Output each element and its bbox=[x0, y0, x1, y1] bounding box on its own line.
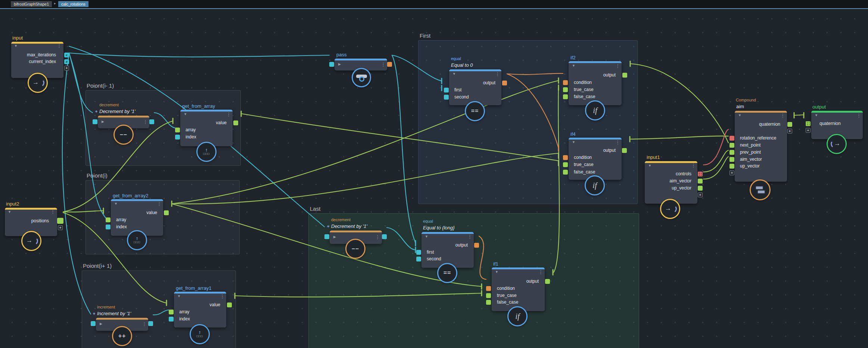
kebab-menu-icon[interactable]: ⋮ bbox=[57, 43, 62, 48]
port-false-case[interactable] bbox=[563, 170, 568, 175]
collapse-arrow-icon[interactable]: ▼ bbox=[8, 210, 11, 214]
node-if2[interactable]: if2 ▼ ⋮ output condition true_case false… bbox=[569, 61, 622, 105]
tab-compound-active[interactable]: calc_rotations bbox=[58, 1, 88, 7]
get-from-array-icon[interactable]: ↑□□□ bbox=[190, 324, 210, 344]
collapse-arrow-icon[interactable]: ▼ bbox=[495, 270, 498, 274]
kebab-menu-icon[interactable]: ⋮ bbox=[538, 270, 543, 275]
play-icon[interactable]: ▶ bbox=[338, 63, 341, 66]
node-aim-compound[interactable]: Compound aim ▼ ⋮ quaternion + rotation_r… bbox=[735, 111, 787, 182]
input-node-icon[interactable]: → bbox=[21, 231, 41, 251]
port-rotation-reference[interactable] bbox=[729, 136, 734, 141]
kebab-menu-icon[interactable]: ⋮ bbox=[856, 113, 861, 118]
add-port-button[interactable]: + bbox=[64, 66, 69, 70]
kebab-menu-icon[interactable]: ⋮ bbox=[780, 113, 785, 118]
port-first[interactable] bbox=[416, 250, 421, 255]
node-pass[interactable]: pass ▶ ⋮ bbox=[335, 59, 387, 70]
port-true-case[interactable] bbox=[486, 293, 491, 298]
port-positions[interactable] bbox=[57, 218, 63, 224]
port-output[interactable] bbox=[622, 148, 627, 153]
kebab-menu-icon[interactable]: ⋮ bbox=[381, 62, 386, 67]
port-false-case[interactable] bbox=[486, 300, 491, 305]
equal-icon[interactable]: == bbox=[465, 101, 485, 121]
port-decrement-in[interactable] bbox=[93, 119, 97, 124]
port-next-point[interactable] bbox=[729, 143, 734, 148]
port-array[interactable] bbox=[106, 217, 111, 222]
node-input1[interactable]: input1 ▼ ⋮ controls aim_vector up_vector… bbox=[645, 161, 697, 204]
add-port-button[interactable]: + bbox=[58, 225, 63, 230]
port-condition[interactable] bbox=[563, 155, 568, 160]
collapse-arrow-icon[interactable]: ▼ bbox=[738, 114, 741, 117]
add-port-button[interactable]: + bbox=[787, 129, 792, 134]
port-quaternion[interactable] bbox=[787, 122, 792, 127]
node-get-from-array1[interactable]: get_from_array1 ▼ ⋮ value array index ↑□… bbox=[174, 292, 226, 327]
equal-icon[interactable]: == bbox=[437, 263, 457, 283]
input-node-icon[interactable]: → bbox=[660, 199, 680, 219]
get-from-array-icon[interactable]: ↑□□□ bbox=[196, 142, 217, 162]
node-equal-first[interactable]: equal Equal to 0 ▼ ⋮ output first second… bbox=[449, 69, 501, 105]
play-icon[interactable]: ▶ bbox=[100, 322, 102, 326]
port-second[interactable] bbox=[444, 95, 449, 100]
collapse-arrow-icon[interactable]: ▼ bbox=[14, 44, 18, 48]
collapse-arrow-icon[interactable]: ▼ bbox=[815, 114, 818, 117]
port-current-index[interactable]: # bbox=[64, 59, 69, 64]
kebab-menu-icon[interactable]: ⋮ bbox=[615, 63, 620, 68]
port-first[interactable] bbox=[444, 88, 449, 93]
node-output[interactable]: output ▼ ⋮ quaternion + → bbox=[811, 111, 863, 139]
port-aim-vector[interactable] bbox=[729, 157, 734, 162]
port-index[interactable] bbox=[106, 225, 111, 229]
port-pass-in[interactable] bbox=[329, 62, 334, 67]
kebab-menu-icon[interactable]: ⋮ bbox=[691, 163, 696, 168]
port-true-case[interactable] bbox=[563, 162, 568, 167]
add-port-button[interactable]: + bbox=[698, 192, 703, 197]
port-output[interactable] bbox=[545, 279, 550, 284]
port-condition[interactable] bbox=[563, 80, 568, 85]
port-output[interactable] bbox=[474, 243, 479, 248]
node-decrement-last[interactable]: decrement ◆ Decrement by '1' ▶ ⋮ –– bbox=[330, 231, 382, 244]
kebab-menu-icon[interactable]: ⋮ bbox=[143, 119, 148, 124]
decrement-icon[interactable]: –– bbox=[113, 125, 134, 145]
port-quaternion[interactable] bbox=[806, 121, 811, 126]
collapse-arrow-icon[interactable]: ▼ bbox=[114, 202, 118, 206]
port-increment-in[interactable] bbox=[91, 321, 96, 326]
port-index[interactable] bbox=[175, 135, 180, 139]
port-true-case[interactable] bbox=[563, 87, 568, 92]
collapse-arrow-icon[interactable]: ▼ bbox=[452, 72, 456, 76]
compound-icon[interactable] bbox=[750, 179, 771, 200]
kebab-menu-icon[interactable]: ⋮ bbox=[142, 322, 147, 326]
port-up-vector[interactable] bbox=[729, 164, 734, 169]
kebab-menu-icon[interactable]: ⋮ bbox=[467, 234, 472, 239]
kebab-menu-icon[interactable]: ⋮ bbox=[157, 201, 162, 206]
port-pass-out[interactable] bbox=[387, 62, 392, 67]
port-value[interactable] bbox=[164, 210, 169, 215]
node-equal-last[interactable]: equal Equal to {long} ▼ ⋮ output first s… bbox=[421, 232, 474, 268]
port-array[interactable] bbox=[169, 310, 174, 314]
node-if1[interactable]: if1 ▼ ⋮ output condition true_case false… bbox=[492, 267, 545, 311]
tab-graph-root[interactable]: bifrostGraphShape1 bbox=[11, 1, 52, 7]
collapse-arrow-icon[interactable]: ▼ bbox=[572, 141, 575, 144]
kebab-menu-icon[interactable]: ⋮ bbox=[615, 140, 620, 145]
port-second[interactable] bbox=[416, 257, 421, 261]
port-array[interactable] bbox=[175, 128, 180, 132]
port-output[interactable] bbox=[622, 73, 627, 78]
port-output[interactable] bbox=[502, 81, 507, 85]
port-aim-vector[interactable] bbox=[698, 179, 703, 184]
increment-icon[interactable]: ++ bbox=[112, 326, 132, 346]
kebab-menu-icon[interactable]: ⋮ bbox=[375, 235, 380, 239]
port-value[interactable] bbox=[227, 302, 232, 307]
input-node-icon[interactable]: → bbox=[28, 73, 48, 93]
port-decrement-out[interactable] bbox=[149, 119, 154, 124]
port-prev-point[interactable] bbox=[729, 150, 734, 155]
collapse-arrow-icon[interactable]: ▼ bbox=[177, 295, 181, 298]
node-input[interactable]: input ▼ ⋮ max_iterations < current_index… bbox=[11, 42, 63, 78]
collapse-arrow-icon[interactable]: ▼ bbox=[425, 235, 428, 238]
port-decrement-in[interactable] bbox=[324, 234, 329, 239]
collapse-arrow-icon[interactable]: ▼ bbox=[648, 164, 651, 167]
node-if4[interactable]: if4 ▼ ⋮ output condition true_case false… bbox=[569, 138, 622, 180]
kebab-menu-icon[interactable]: ⋮ bbox=[226, 112, 231, 117]
kebab-menu-icon[interactable]: ⋮ bbox=[220, 294, 225, 299]
if-icon[interactable]: if bbox=[585, 100, 605, 120]
node-graph-canvas[interactable]: Poiont(i- 1) Poiont(i) Poiont(i+ 1) Firs… bbox=[0, 9, 868, 348]
play-icon[interactable]: ▶ bbox=[102, 120, 104, 123]
watchpoint-icon[interactable] bbox=[352, 68, 371, 87]
port-increment-out[interactable] bbox=[148, 321, 153, 326]
